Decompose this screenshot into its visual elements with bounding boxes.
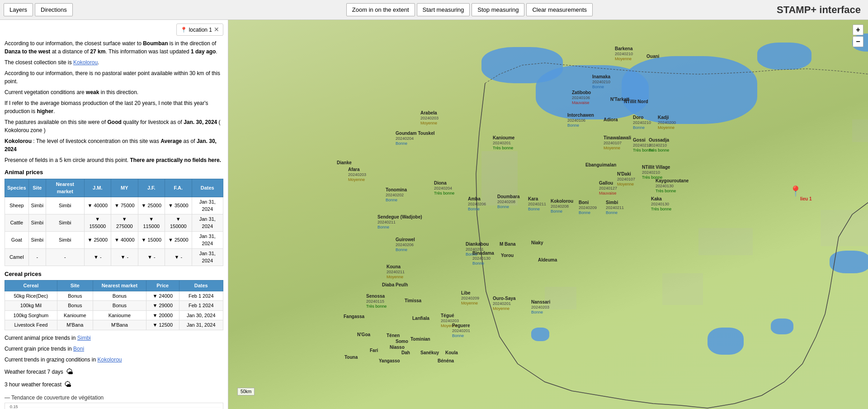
animal-trends-link[interactable]: Simbi xyxy=(77,335,91,341)
table-cell: Bonus xyxy=(93,291,146,301)
livestock-date: Jan. 30, 2024 xyxy=(5,138,217,152)
danza-direction: Danza to the west xyxy=(5,48,50,55)
table-cell: Bonus xyxy=(93,301,146,311)
table-header: MY xyxy=(111,179,138,197)
location-pin[interactable]: 📍 xyxy=(789,185,800,196)
table-cell: ▼ 35000 xyxy=(165,197,192,214)
table-cell: M'Bana xyxy=(57,320,93,330)
table-header: J.F. xyxy=(138,179,165,197)
table-cell: Simbi xyxy=(46,231,84,248)
table-cell: Feb 1 2024 xyxy=(179,291,223,301)
table-cell: ▼ - xyxy=(111,248,138,266)
distance-value: 27 km xyxy=(90,48,105,55)
scale-bar: 50km xyxy=(237,388,255,395)
table-header: Nearest market xyxy=(93,281,146,291)
boumban-name: Boumban xyxy=(143,40,168,47)
table-cell: Sheep xyxy=(5,197,29,214)
zoom-in-button[interactable]: + xyxy=(853,24,863,35)
animal-prices-table: SpeciesSiteNearest marketJ.M.MYJ.F.F.A.D… xyxy=(5,179,223,266)
location-badge[interactable]: 📍 location 1 ✕ xyxy=(176,24,223,36)
table-cell: ▼ 75000 xyxy=(111,197,138,214)
grazing-trends-link-row: Current trends in grazing conditions in … xyxy=(5,356,223,364)
table-header: Species xyxy=(5,179,29,197)
chart-title: — Tendance de couverture de végétation xyxy=(5,394,223,402)
pasture-info: The pastures available on this site were… xyxy=(5,118,223,134)
table-row: SheepSimbiSimbi▼ 40000▼ 75000▼ 25000▼ 35… xyxy=(5,197,223,214)
clear-measurements-button[interactable]: Clear measurements xyxy=(526,3,593,16)
table-cell: ▼ 25000 xyxy=(138,197,165,214)
directions-button[interactable]: Directions xyxy=(35,3,73,16)
table-cell: M'Bana xyxy=(93,320,146,330)
cereal-prices-table: CerealSiteNearest marketPriceDates 50kg … xyxy=(5,280,223,330)
pasture-date: Jan. 30, 2024 xyxy=(184,119,217,125)
table-header: Nearest market xyxy=(46,179,84,197)
table-cell: - xyxy=(46,248,84,266)
table-cell: Simbi xyxy=(46,214,84,231)
table-cell: Jan 31, 2024 xyxy=(192,214,223,231)
main-container: 📍 location 1 ✕ According to our informat… xyxy=(0,20,868,409)
surface-water-info: According to our information, the closes… xyxy=(5,39,223,56)
vegetation-chart: — Tendance de couverture de végétation 0… xyxy=(5,394,223,409)
table-cell: ▼ - xyxy=(84,248,111,266)
sidebar[interactable]: 📍 location 1 ✕ According to our informat… xyxy=(0,20,228,409)
vegetation-info: Current vegetation conditions are weak i… xyxy=(5,88,223,96)
table-row: GoatSimbiSimbi▼ 25000▼ 40000▼ 15000▼ 250… xyxy=(5,231,223,248)
table-cell: Simbi xyxy=(28,214,46,231)
table-cell: Kanioume xyxy=(57,310,93,320)
layers-button[interactable]: Layers xyxy=(4,3,33,16)
table-cell: Simbi xyxy=(28,197,46,214)
table-cell: ▼ 25000 xyxy=(84,231,111,248)
table-cell: ▼ 15000 xyxy=(138,231,165,248)
table-cell: 100kg Mil xyxy=(5,301,57,311)
table-cell: Camel xyxy=(5,248,29,266)
table-cell: Bonus xyxy=(57,301,93,311)
zoom-out-button[interactable]: − xyxy=(853,36,863,47)
table-cell: Simbi xyxy=(46,197,84,214)
table-cell: Bonus xyxy=(57,291,93,301)
table-cell: ▼ 150000 xyxy=(165,214,192,231)
fields-status: There are practically no fields here. xyxy=(130,157,221,163)
table-cell: Goat xyxy=(5,231,29,248)
table-header: Price xyxy=(146,281,179,291)
table-cell: ▼ 25000 xyxy=(165,231,192,248)
table-cell: Simbi xyxy=(28,231,46,248)
table-row: 100kg SorghumKanioumeKanioume▼ 20000Jan … xyxy=(5,310,223,320)
table-cell: ▼ - xyxy=(165,248,192,266)
start-measuring-button[interactable]: Start measuring xyxy=(417,3,470,16)
no-water-info: According to our information, there is n… xyxy=(5,69,223,86)
table-row: 50kg Rice(Dec)BonusBonus▼ 24000Feb 1 202… xyxy=(5,291,223,301)
table-cell: ▼ 115000 xyxy=(138,214,165,231)
weather-3hour-row: 3 hour weather forecast 🌤 xyxy=(5,379,223,390)
map-container[interactable]: 📍 lieu 1 + − 50km Barkena20240210Moyenne… xyxy=(228,20,868,409)
water-body xyxy=(531,328,549,341)
livestock-info: Kokolorou : The level of livestock conce… xyxy=(5,137,223,153)
grain-trends-link-row: Current grain price trends in Boni xyxy=(5,345,223,353)
grain-trends-link[interactable]: Boni xyxy=(73,346,84,352)
pin-icon: 📍 xyxy=(180,26,187,34)
grazing-trends-link[interactable]: Kokolorou xyxy=(97,357,122,363)
table-row: Camel--▼ -▼ -▼ -▼ -Jan 31, 2024 xyxy=(5,248,223,266)
kokolorou-link[interactable]: Kokolorou xyxy=(73,59,98,66)
weather-7days-icon[interactable]: 🌤 xyxy=(66,366,73,377)
water-body xyxy=(708,328,744,355)
vegetation-status: weak xyxy=(86,89,99,95)
table-cell: Cattle xyxy=(5,214,29,231)
table-cell: Kanioume xyxy=(93,310,146,320)
animal-trends-link-row: Current animal price trends in Simbi xyxy=(5,334,223,342)
weather-7days-row: Weather forecast 7 days 🌤 xyxy=(5,366,223,377)
zoom-controls: + − xyxy=(853,24,863,47)
cereal-prices-title: Cereal prices xyxy=(5,270,223,279)
table-cell: ▼ 12500 xyxy=(146,320,179,330)
weather-3hour-icon[interactable]: 🌤 xyxy=(64,379,71,390)
close-button[interactable]: ✕ xyxy=(214,25,219,34)
table-cell: Jan 31, 2024 xyxy=(192,197,223,214)
stop-measuring-button[interactable]: Stop measuring xyxy=(472,3,524,16)
table-row: CattleSimbiSimbi▼ 155000▼ 275000▼ 115000… xyxy=(5,214,223,231)
table-cell: ▼ 24000 xyxy=(146,291,179,301)
table-cell: Livestock Feed xyxy=(5,320,57,330)
toolbar: Layers Directions Zoom in on the extent … xyxy=(0,0,868,20)
location-label: location 1 xyxy=(189,26,212,34)
table-row: Livestock FeedM'BanaM'Bana▼ 12500Jan 31,… xyxy=(5,320,223,330)
water-body xyxy=(622,56,757,124)
zoom-extent-button[interactable]: Zoom in on the extent xyxy=(346,3,415,16)
